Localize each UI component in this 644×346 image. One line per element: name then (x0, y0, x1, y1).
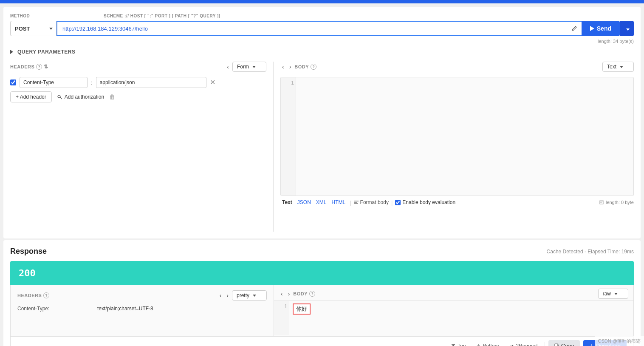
svg-rect-5 (599, 201, 604, 204)
body-panel: ‹ › BODY ? Text 1 (274, 62, 634, 232)
headers-left-arrow-button[interactable]: ‹ (225, 62, 231, 71)
form-select-button[interactable]: Form (232, 62, 266, 72)
body-panel-title-row: ‹ › BODY ? Text (280, 62, 634, 72)
send-chevron-icon (626, 28, 630, 31)
headers-info-icon[interactable]: ? (36, 64, 42, 70)
send-button[interactable]: Send (582, 21, 620, 36)
resp-headers-left-arrow-button[interactable]: ‹ (218, 291, 223, 300)
pretty-label: pretty (237, 292, 249, 298)
resp-header-item-content-type: Content-Type: text/plain;charset=UTF-8 (17, 304, 267, 313)
format-body-label: Format body (360, 199, 389, 205)
body-info-icon[interactable]: ? (311, 64, 316, 70)
response-hb-row: HEADERS ? ‹ › pretty (11, 285, 633, 336)
headers-body-row: HEADERS ? ⇅ ‹ Form (10, 62, 634, 232)
main-container: METHOD SCHEME :// HOST [ ":" PORT ] [ PA… (0, 0, 644, 346)
add-authorization-button[interactable]: Add authorization (57, 94, 104, 100)
body-type-text-button[interactable]: Text (280, 199, 294, 206)
text-select-button[interactable]: Text (602, 62, 634, 72)
url-length-info: length: 34 byte(s) (10, 39, 634, 44)
raw-label: raw (603, 291, 611, 297)
response-headers-panel: HEADERS ? ‹ › pretty (11, 285, 274, 336)
format-body-button[interactable]: Format body (354, 199, 389, 205)
body-toolbar-separator2: | (391, 199, 393, 206)
chevron-right-icon (10, 50, 13, 54)
body-textarea[interactable] (296, 77, 633, 196)
body-type-html-button[interactable]: HTML (330, 199, 347, 206)
header-close-button[interactable]: ✕ (210, 79, 215, 86)
add-header-label: + Add header (16, 94, 46, 100)
to-request-label: 2Request (516, 343, 537, 346)
body-type-json-button[interactable]: JSON (296, 199, 313, 206)
headers-label: HEADERS ? ⇅ (10, 64, 48, 70)
resp-body-highlighted: 你好 (293, 303, 311, 315)
send-label: Send (597, 25, 611, 32)
url-input-wrap (56, 21, 582, 36)
pretty-select-button[interactable]: pretty (232, 290, 267, 301)
raw-select-button[interactable]: raw (598, 289, 628, 299)
url-edit-button[interactable] (567, 21, 582, 36)
raw-chevron-icon (614, 293, 618, 295)
header-key-input[interactable] (20, 77, 88, 88)
body-length-info: length: 0 byte (599, 200, 634, 205)
headers-sort-icon[interactable]: ⇅ (44, 64, 48, 70)
form-label: Form (237, 64, 249, 70)
bottom-button[interactable]: Bottom (472, 341, 502, 346)
resp-body-text: 你好 (289, 301, 633, 335)
resp-body-outer: 1 你好 (274, 301, 633, 335)
enable-eval-wrap: Enable body evaluation (395, 199, 455, 205)
download-icon (589, 343, 594, 346)
response-body-panel: ‹ › BODY ? raw (274, 285, 633, 336)
resp-body-right-arrow-button[interactable]: › (286, 289, 292, 298)
method-dropdown-button[interactable] (44, 21, 56, 36)
csdn-watermark: CSDN @落叶的痕迹 (595, 336, 644, 346)
resp-headers-right-arrow-button[interactable]: › (225, 291, 230, 300)
resp-headers-title-row: HEADERS ? ‹ › pretty (17, 290, 267, 301)
response-bottom-area: HEADERS ? ‹ › pretty (10, 285, 634, 346)
method-select[interactable]: POST GET PUT DELETE PATCH (10, 21, 44, 36)
resp-header-val-content-type: text/plain;charset=UTF-8 (97, 306, 153, 312)
url-input[interactable] (56, 21, 567, 36)
headers-panel-title-row: HEADERS ? ⇅ ‹ Form (10, 62, 266, 72)
body-length-value: length: 0 byte (606, 200, 634, 205)
resp-headers-info-icon[interactable]: ? (43, 292, 49, 298)
body-left-arrow-button[interactable]: ‹ (280, 62, 286, 71)
header-checkbox[interactable] (10, 79, 16, 85)
header-separator: : (91, 79, 93, 86)
trash-icon[interactable]: 🗑 (109, 94, 115, 100)
add-auth-label: Add authorization (65, 94, 104, 100)
enable-eval-checkbox[interactable] (395, 200, 401, 205)
copy-icon (554, 343, 559, 346)
resp-bottom-toolbar: Top Bottom 2Request (11, 336, 633, 346)
top-button[interactable]: Top (447, 341, 469, 346)
body-right-arrow-button[interactable]: › (288, 62, 293, 71)
send-icon (590, 26, 594, 31)
method-select-wrap: POST GET PUT DELETE PATCH (10, 21, 56, 36)
status-code: 200 (19, 268, 36, 278)
to-request-button[interactable]: 2Request (506, 341, 541, 346)
text-chevron-icon (620, 66, 623, 68)
url-row: POST GET PUT DELETE PATCH (10, 21, 634, 36)
header-actions-row: + Add header Add authorization 🗑 (10, 91, 266, 102)
bottom-icon (476, 343, 481, 346)
copy-button[interactable]: Copy (548, 340, 580, 346)
top-icon (451, 343, 456, 346)
header-row-item: : ✕ (10, 77, 266, 88)
response-title-row: Response Cache Detected - Elapsed Time: … (10, 247, 634, 256)
resp-body-info-icon[interactable]: ? (309, 291, 315, 297)
add-header-button[interactable]: + Add header (10, 91, 52, 102)
form-chevron-icon (252, 66, 256, 68)
header-value-input[interactable] (96, 77, 206, 88)
headers-panel: HEADERS ? ⇅ ‹ Form (10, 62, 274, 232)
top-bar (0, 0, 644, 3)
body-editor: 1 (280, 77, 634, 196)
line-number-1: 1 (282, 80, 294, 86)
labels-row: METHOD SCHEME :// HOST [ ":" PORT ] [ PA… (10, 14, 634, 19)
pretty-chevron-icon (253, 295, 256, 297)
resp-body-left-arrow-button[interactable]: ‹ (279, 289, 285, 298)
body-toolbar-separator: | (350, 199, 351, 206)
resp-headers-label: HEADERS ? (17, 292, 49, 298)
body-type-xml-button[interactable]: XML (314, 199, 328, 206)
send-dropdown-button[interactable] (620, 21, 634, 36)
resp-body-label: BODY ? (293, 291, 315, 297)
query-params-row[interactable]: QUERY PARAMETERS (10, 47, 634, 57)
